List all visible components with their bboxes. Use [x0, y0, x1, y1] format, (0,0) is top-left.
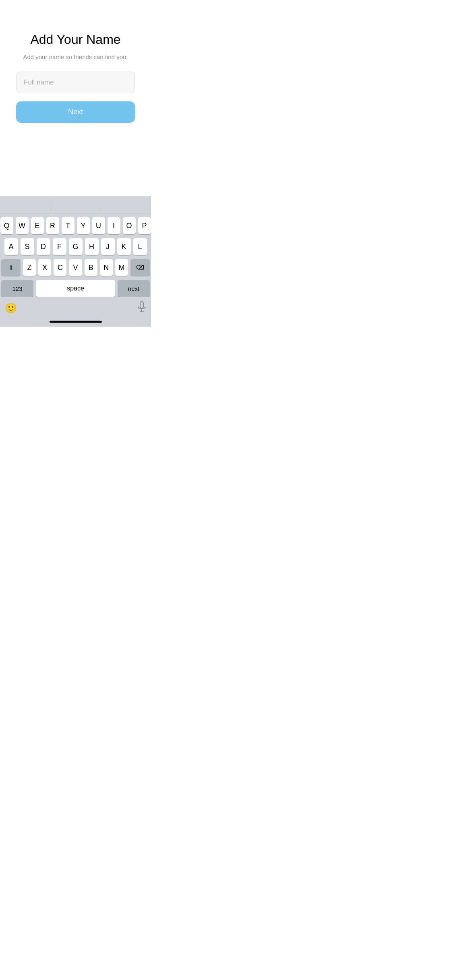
key-d[interactable]: D	[37, 238, 50, 255]
key-u[interactable]: U	[92, 217, 105, 234]
keyboard-area: Q W E R T Y U I O P A S D F G H J K L ⇧	[0, 196, 151, 327]
page-title: Add Your Name	[30, 32, 120, 47]
suggestion-divider-2	[101, 199, 101, 211]
key-h[interactable]: H	[85, 238, 99, 255]
emoji-icon[interactable]: 🙂	[5, 303, 17, 314]
key-f[interactable]: F	[53, 238, 66, 255]
key-o[interactable]: O	[123, 217, 136, 234]
keyboard-bottom-row: 🙂	[0, 299, 151, 319]
home-indicator	[0, 319, 151, 327]
numbers-key[interactable]: 123	[1, 280, 33, 297]
key-y[interactable]: Y	[77, 217, 90, 234]
main-content: Add Your Name Add your name so friends c…	[0, 0, 151, 123]
keyboard-rows: Q W E R T Y U I O P A S D F G H J K L ⇧	[0, 214, 151, 299]
full-name-input[interactable]	[16, 72, 135, 93]
key-t[interactable]: T	[62, 217, 74, 234]
home-bar	[50, 321, 102, 323]
key-v[interactable]: V	[69, 259, 82, 276]
key-i[interactable]: I	[108, 217, 120, 234]
key-x[interactable]: X	[38, 259, 51, 276]
mic-icon[interactable]	[137, 301, 146, 315]
key-r[interactable]: R	[46, 217, 59, 234]
page-subtitle: Add your name so friends can find you.	[23, 54, 128, 60]
key-z[interactable]: Z	[23, 259, 36, 276]
key-k[interactable]: K	[117, 238, 131, 255]
delete-key[interactable]: ⌫	[130, 259, 150, 276]
suggestion-divider-1	[50, 199, 50, 211]
svg-rect-0	[140, 302, 143, 308]
shift-key[interactable]: ⇧	[1, 259, 21, 276]
shift-icon: ⇧	[8, 264, 14, 271]
key-a[interactable]: A	[4, 238, 18, 255]
key-row-1: Q W E R T Y U I O P	[1, 217, 150, 234]
key-p[interactable]: P	[138, 217, 151, 234]
key-row-2: A S D F G H J K L	[1, 238, 150, 255]
next-button[interactable]: Next	[16, 101, 135, 123]
key-row-4: 123 space next	[1, 280, 150, 297]
space-key[interactable]: space	[36, 280, 115, 297]
key-m[interactable]: M	[115, 259, 128, 276]
key-q[interactable]: Q	[0, 217, 13, 234]
key-g[interactable]: G	[69, 238, 83, 255]
keyboard-next-key[interactable]: next	[118, 280, 150, 297]
key-b[interactable]: B	[85, 259, 97, 276]
key-e[interactable]: E	[31, 217, 44, 234]
key-j[interactable]: J	[101, 238, 115, 255]
delete-icon: ⌫	[136, 264, 144, 271]
key-n[interactable]: N	[100, 259, 113, 276]
key-c[interactable]: C	[54, 259, 66, 276]
key-w[interactable]: W	[16, 217, 29, 234]
key-l[interactable]: L	[133, 238, 147, 255]
keyboard-suggestions	[0, 196, 151, 214]
key-row-3: ⇧ Z X C V B N M ⌫	[1, 259, 150, 276]
key-s[interactable]: S	[21, 238, 34, 255]
